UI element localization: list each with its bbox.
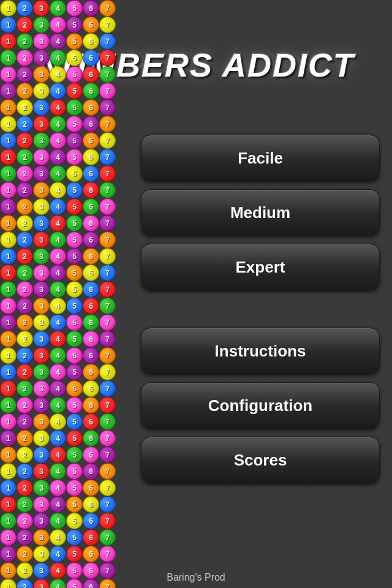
ball-row: 1234567 <box>0 496 126 513</box>
number-ball: 1 <box>0 513 17 529</box>
ball-row: 1234567 <box>0 149 126 165</box>
number-ball: 4 <box>50 331 66 347</box>
number-ball: 3 <box>33 496 50 513</box>
number-ball: 2 <box>17 33 33 50</box>
number-ball: 6 <box>83 265 99 281</box>
ball-row: 1234567 <box>0 463 126 480</box>
ball-row: 1234567 <box>0 132 126 149</box>
number-ball: 2 <box>17 215 33 232</box>
number-ball: 6 <box>83 314 99 331</box>
number-ball: 6 <box>83 17 99 33</box>
number-ball: 2 <box>17 380 33 397</box>
number-ball: 5 <box>66 496 83 513</box>
number-ball: 3 <box>33 232 50 248</box>
number-ball: 7 <box>99 347 116 364</box>
number-ball: 7 <box>99 50 116 66</box>
ball-row: 1234567 <box>0 364 126 380</box>
number-ball: 2 <box>17 232 33 248</box>
number-ball: 4 <box>50 0 66 17</box>
medium-button[interactable]: Medium <box>141 189 380 236</box>
number-ball: 5 <box>66 83 83 99</box>
number-ball: 7 <box>99 413 116 430</box>
number-ball: 5 <box>66 165 83 182</box>
number-ball: 1 <box>0 331 17 347</box>
number-ball: 5 <box>66 331 83 347</box>
number-ball: 2 <box>17 265 33 281</box>
ball-row: 1234567 <box>0 331 126 347</box>
number-ball: 3 <box>33 380 50 397</box>
balls-strip: 1234567123456712345671234567123456712345… <box>0 0 126 588</box>
ball-row: 1234567 <box>0 66 126 83</box>
number-ball: 4 <box>50 165 66 182</box>
number-ball: 3 <box>33 447 50 463</box>
number-ball: 3 <box>33 430 50 447</box>
ball-row: 1234567 <box>0 17 126 33</box>
scores-button[interactable]: Scores <box>141 437 380 484</box>
number-ball: 5 <box>66 463 83 480</box>
number-ball: 1 <box>0 265 17 281</box>
number-ball: 1 <box>0 132 17 149</box>
number-ball: 7 <box>99 397 116 413</box>
ball-row: 1234567 <box>0 232 126 248</box>
number-ball: 1 <box>0 83 17 99</box>
number-ball: 4 <box>50 364 66 380</box>
number-ball: 3 <box>33 149 50 165</box>
number-ball: 6 <box>83 248 99 265</box>
number-ball: 7 <box>99 149 116 165</box>
ball-row: 1234567 <box>0 33 126 50</box>
number-ball: 3 <box>33 413 50 430</box>
number-ball: 7 <box>99 298 116 314</box>
instructions-button[interactable]: Instructions <box>141 328 380 375</box>
ball-row: 1234567 <box>0 513 126 529</box>
number-ball: 2 <box>17 546 33 562</box>
number-ball: 4 <box>50 83 66 99</box>
number-ball: 7 <box>99 165 116 182</box>
ball-row: 1234567 <box>0 265 126 281</box>
number-ball: 6 <box>83 430 99 447</box>
number-ball: 5 <box>66 281 83 298</box>
number-ball: 2 <box>17 413 33 430</box>
number-ball: 1 <box>0 198 17 215</box>
number-ball: 7 <box>99 314 116 331</box>
number-ball: 5 <box>66 447 83 463</box>
ball-row: 1234567 <box>0 546 126 562</box>
number-ball: 3 <box>33 248 50 265</box>
configuration-button[interactable]: Configuration <box>141 382 380 429</box>
number-ball: 3 <box>33 33 50 50</box>
number-ball: 2 <box>17 281 33 298</box>
number-ball: 4 <box>50 413 66 430</box>
number-ball: 4 <box>50 66 66 83</box>
number-ball: 4 <box>50 314 66 331</box>
number-ball: 6 <box>83 496 99 513</box>
number-ball: 4 <box>50 132 66 149</box>
facile-button[interactable]: Facile <box>141 135 380 182</box>
number-ball: 6 <box>83 397 99 413</box>
number-ball: 4 <box>50 347 66 364</box>
number-ball: 2 <box>17 182 33 198</box>
number-ball: 4 <box>50 496 66 513</box>
number-ball: 7 <box>99 380 116 397</box>
ball-row: 1234567 <box>0 413 126 430</box>
number-ball: 1 <box>0 215 17 232</box>
number-ball: 2 <box>17 397 33 413</box>
number-ball: 1 <box>0 314 17 331</box>
number-ball: 1 <box>0 116 17 132</box>
number-ball: 3 <box>33 182 50 198</box>
number-ball: 6 <box>83 413 99 430</box>
number-ball: 6 <box>83 132 99 149</box>
number-ball: 6 <box>83 215 99 232</box>
ball-row: 1234567 <box>0 314 126 331</box>
expert-button[interactable]: Expert <box>141 244 380 291</box>
number-ball: 2 <box>17 331 33 347</box>
number-ball: 7 <box>99 463 116 480</box>
number-ball: 2 <box>17 347 33 364</box>
ball-row: 1234567 <box>0 447 126 463</box>
number-ball: 2 <box>17 149 33 165</box>
number-ball: 1 <box>0 182 17 198</box>
number-ball: 1 <box>0 364 17 380</box>
number-ball: 4 <box>50 546 66 562</box>
number-ball: 3 <box>33 165 50 182</box>
ball-row: 1234567 <box>0 397 126 413</box>
number-ball: 5 <box>66 380 83 397</box>
number-ball: 6 <box>83 529 99 546</box>
